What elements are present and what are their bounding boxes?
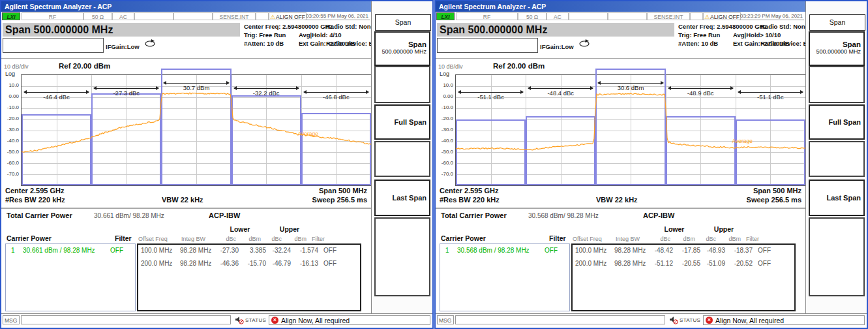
softkey-blank-3[interactable]	[809, 217, 865, 296]
center-freq-readout: Center Freq: 2.594800000 GHz	[678, 23, 767, 30]
y-tick-label: -30.0	[7, 127, 19, 133]
lower-group-header: Lower	[220, 225, 260, 233]
status-align-off: ⚠ALIGN OFF	[269, 12, 307, 20]
res-bw-readout: #Res BW 220 kHz	[5, 196, 65, 204]
status-label: STATUS	[680, 317, 700, 323]
window-titlebar[interactable]: Agilent Spectrum Analyzer - ACP	[1, 1, 432, 12]
filter-cell: OFF	[323, 247, 337, 254]
y-tick-label: -70.0	[7, 171, 19, 177]
y-tick-label: -20.0	[7, 116, 19, 121]
softkey-full-span[interactable]: Full Span	[809, 104, 865, 140]
softkey-blank-2[interactable]	[809, 141, 865, 177]
carrier-index: 1	[445, 247, 449, 254]
softkey-blank-1[interactable]	[809, 66, 865, 103]
spectrum-chart: 10 dB/div Ref 20.00 dBm Log 10.00.00-10.…	[1, 60, 371, 209]
carrier-index: 1	[11, 247, 15, 254]
col-lower-dbm: dBm	[673, 236, 695, 242]
carrier-value: 30.568 dBm / 98.28 MHz	[457, 247, 530, 254]
trigger-readout: Trig: Free Run	[244, 31, 286, 39]
vbw-readout: VBW 22 kHz	[162, 196, 203, 204]
status-message[interactable]: × Align Now, All required	[703, 315, 865, 325]
upper-dbc-cell: -48.93	[702, 247, 725, 254]
message-bar: MSG STATUS × Align Now, All required	[1, 313, 432, 327]
col-upper-dbm: dBm	[719, 236, 741, 242]
ref-level-label: Ref 20.00 dBm	[59, 62, 110, 70]
integ-bw-cell: 98.28 MHz	[180, 247, 215, 254]
menu-title-span[interactable]: Span	[809, 14, 865, 31]
y-tick-label: -50.0	[441, 149, 453, 155]
y-tick-label: -60.0	[441, 160, 453, 166]
carrier-power-header: Carrier Power	[7, 234, 52, 242]
entry-field[interactable]	[3, 38, 104, 53]
analyzer-window: Agilent Spectrum Analyzer - ACP LXI RF 5…	[0, 0, 434, 329]
trace-name-label: Average	[297, 131, 318, 137]
measurement-arrows: -51.1 dBc-48.4 dBc30.6 dBm-48.9 dBc-51.1…	[456, 75, 805, 185]
lower-group-header: Lower	[655, 225, 694, 233]
softkey-span[interactable]: Span 500.000000 MHz	[374, 31, 430, 66]
lower-dbc-cell: -48.42	[648, 247, 673, 254]
active-function-readout: Span 500.000000 MHz	[3, 23, 240, 37]
softkey-last-span[interactable]: Last Span	[809, 180, 865, 216]
y-tick-label: -50.0	[7, 149, 19, 155]
softkey-menu: Span Span 500.000000 MHz Full Span Last …	[805, 1, 867, 313]
error-icon: ×	[706, 317, 713, 324]
status-coupling: AC	[112, 12, 134, 20]
total-carrier-power-label: Total Carrier Power	[441, 212, 507, 219]
lower-dbc-cell: -46.36	[214, 260, 239, 267]
y-tick-label: -20.0	[441, 116, 453, 121]
sweep-readout: Sweep 256.5 ms	[747, 196, 801, 204]
status-sense: SENSE:INT	[213, 12, 256, 20]
upper-group-header: Upper	[704, 225, 743, 233]
softkey-blank-3[interactable]	[374, 217, 430, 296]
filter-cell: OFF	[758, 247, 771, 254]
softkey-blank-2[interactable]	[374, 141, 430, 177]
carrier-power-header: Carrier Power	[441, 234, 486, 242]
window-title: Agilent Spectrum Analyzer - ACP	[5, 3, 112, 10]
y-tick-label: 0.00	[443, 93, 453, 99]
entry-field[interactable]	[437, 38, 538, 53]
warning-icon: ⚠	[270, 14, 275, 20]
status-empty-2	[608, 12, 647, 20]
softkey-last-span[interactable]: Last Span	[374, 180, 430, 216]
spectrum-chart: 10 dB/div Ref 20.00 dBm Log 10.00.00-10.…	[436, 60, 805, 209]
integ-bw-cell: 98.28 MHz	[614, 247, 650, 254]
col-upper-dbc: dBc	[262, 236, 282, 242]
y-tick-label: 10.0	[8, 82, 19, 88]
col-lower-dbc: dBc	[217, 236, 236, 242]
lower-dbc-cell: -27.30	[214, 247, 239, 254]
status-message[interactable]: × Align Now, All required	[269, 315, 430, 325]
speaker-mute-icon	[669, 316, 678, 324]
msg-field	[455, 315, 665, 324]
filter-header: Filter	[549, 234, 566, 242]
lxi-badge: LXI	[2, 12, 20, 20]
lower-dbm-cell: -15.70	[240, 260, 266, 267]
status-coupling: AC	[546, 12, 569, 20]
trace-name-label: Average	[732, 138, 753, 144]
lower-dbm-cell: -17.85	[674, 247, 700, 254]
status-empty-2	[173, 12, 213, 20]
carrier-filter: OFF	[545, 247, 558, 254]
col-integ-bw: Integ BW	[181, 236, 205, 242]
y-tick-label: -30.0	[441, 127, 453, 133]
col-integ-bw: Integ BW	[616, 236, 640, 242]
status-impedance: 50 Ω	[518, 12, 546, 20]
softkey-span[interactable]: Span 500.000000 MHz	[809, 31, 865, 66]
status-strip: LXI RF 50 Ω AC SENSE:INT ⚠ALIGN OFF 03:2…	[436, 12, 805, 22]
center-readout: Center 2.595 GHz	[5, 187, 64, 195]
measurement-results: Total Carrier Power 30.568 dBm/ 98.28 MH…	[436, 210, 805, 313]
col-upper-dbc: dBc	[696, 236, 716, 242]
continuous-sweep-icon	[578, 39, 591, 48]
softkey-full-span[interactable]: Full Span	[374, 104, 430, 140]
softkey-blank-1[interactable]	[374, 66, 430, 103]
vbw-readout: VBW 22 kHz	[596, 196, 638, 204]
status-align-off: ⚠ALIGN OFF	[703, 12, 741, 20]
msg-label: MSG	[437, 315, 454, 324]
offset-table: 100.0 MHz 98.28 MHz -27.30 3.385 -32.24 …	[137, 243, 361, 311]
filter-cell: OFF	[323, 260, 337, 267]
status-label: STATUS	[245, 317, 266, 323]
menu-title-span[interactable]: Span	[375, 14, 431, 31]
y-axis-ticks: 10.00.00-10.0-20.0-30.0-40.0-50.0-60.0-7…	[1, 74, 20, 185]
window-titlebar[interactable]: Agilent Spectrum Analyzer - ACP	[436, 1, 867, 12]
radio-std-readout: Radio Std: None	[760, 23, 809, 30]
continuous-sweep-icon	[143, 39, 157, 48]
